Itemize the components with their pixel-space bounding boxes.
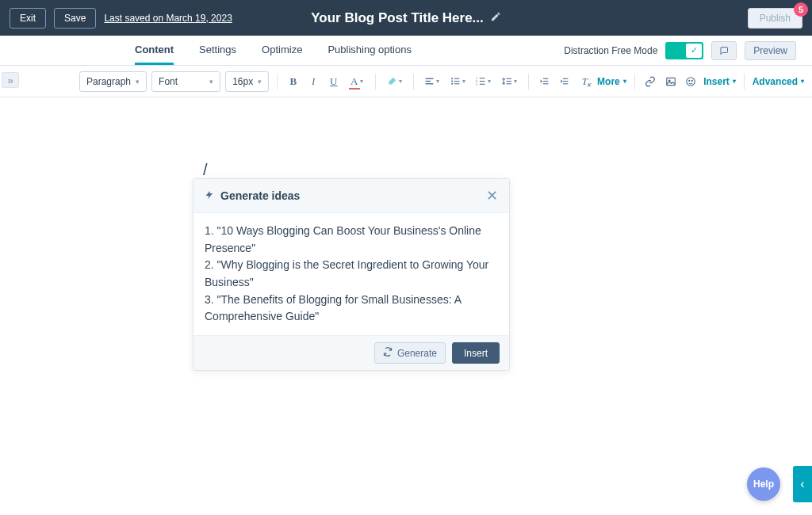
svg-rect-21 — [543, 83, 549, 84]
tabbar: Content Settings Optimize Publishing opt… — [0, 36, 812, 66]
separator — [413, 74, 414, 90]
text-color-icon: A — [350, 75, 358, 88]
outdent-button[interactable] — [537, 73, 552, 90]
side-drawer-toggle[interactable]: ‹ — [793, 466, 812, 502]
popup-footer: Generate Insert — [193, 335, 509, 370]
font-size-select[interactable]: 16px ▾ — [225, 71, 269, 92]
svg-rect-8 — [454, 83, 460, 84]
emoji-icon — [685, 76, 696, 87]
caret-icon: ▾ — [733, 78, 736, 85]
chevron-left-icon: ‹ — [800, 477, 804, 491]
popup-title: Generate ideas — [205, 189, 300, 203]
toggle-knob: ✓ — [686, 44, 702, 58]
publish-label: Publish — [760, 13, 791, 24]
save-button[interactable]: Save — [54, 8, 96, 29]
popup-body: 1. "10 Ways Blogging Can Boost Your Busi… — [193, 213, 509, 335]
distraction-free-toggle[interactable]: ✓ — [665, 42, 703, 59]
tab-content[interactable]: Content — [135, 36, 174, 65]
generate-button[interactable]: Generate — [374, 342, 446, 364]
toolbar-wrap: » Paragraph ▾ Font ▾ 16px ▾ B I U A ▾ ▾ — [0, 66, 812, 97]
advanced-label: Advanced — [753, 76, 798, 87]
clear-format-button[interactable]: T✕ — [577, 73, 592, 90]
close-icon: ✕ — [486, 188, 498, 204]
underline-button[interactable]: U — [326, 73, 341, 90]
topbar-right: Publish 5 — [748, 8, 802, 29]
generate-label: Generate — [397, 348, 437, 359]
numbered-list-icon: 123 — [476, 76, 486, 86]
bold-button[interactable]: B — [285, 73, 301, 90]
edit-title-icon[interactable] — [490, 11, 501, 25]
close-popup-button[interactable]: ✕ — [486, 187, 498, 204]
insert-link-button[interactable] — [643, 73, 658, 90]
align-left-icon — [424, 76, 435, 86]
more-menu[interactable]: More ▾ — [597, 76, 626, 87]
text-color-button[interactable]: A ▾ — [347, 73, 368, 90]
advanced-menu[interactable]: Advanced ▾ — [753, 76, 804, 87]
svg-rect-13 — [480, 81, 485, 82]
tab-optimize[interactable]: Optimize — [262, 36, 302, 65]
align-button[interactable]: ▾ — [421, 73, 442, 90]
publish-button[interactable]: Publish 5 — [748, 8, 802, 29]
font-size-label: 16px — [232, 76, 253, 87]
svg-rect-20 — [543, 81, 549, 82]
tab-settings[interactable]: Settings — [199, 36, 236, 65]
last-saved-link[interactable]: Last saved on March 19, 2023 — [104, 13, 232, 24]
paragraph-style-label: Paragraph — [86, 76, 131, 87]
separator — [375, 74, 376, 90]
indent-button[interactable] — [557, 73, 572, 90]
bullet-list-button[interactable]: ▾ — [447, 73, 469, 90]
svg-rect-14 — [480, 84, 485, 85]
caret-icon: ▾ — [436, 78, 439, 85]
insert-ai-button[interactable]: Insert — [452, 342, 500, 364]
caret-icon: ▾ — [360, 78, 363, 85]
insert-label: Insert — [703, 76, 730, 87]
refresh-icon — [383, 347, 393, 359]
svg-text:3: 3 — [476, 82, 477, 86]
topbar: Exit Save Last saved on March 19, 2023 Y… — [0, 0, 812, 36]
caret-icon: ▾ — [488, 78, 491, 85]
caret-icon: ▾ — [801, 78, 804, 85]
lightning-icon — [205, 189, 214, 203]
page-title[interactable]: Your Blog Post Title Here... — [311, 10, 484, 26]
font-family-label: Font — [159, 76, 178, 87]
insert-menu[interactable]: Insert ▾ — [703, 76, 736, 87]
svg-rect-19 — [543, 78, 549, 79]
help-button[interactable]: Help — [747, 467, 780, 501]
slash-command-text: / — [203, 161, 208, 179]
outdent-icon — [539, 76, 550, 86]
svg-marker-22 — [561, 79, 562, 82]
svg-rect-23 — [563, 78, 569, 79]
publish-badge: 5 — [794, 2, 808, 17]
insert-emoji-button[interactable] — [684, 73, 699, 90]
separator — [744, 74, 745, 90]
svg-rect-24 — [563, 81, 569, 82]
topbar-left: Exit Save Last saved on March 19, 2023 — [10, 8, 232, 29]
exit-button[interactable]: Exit — [10, 8, 46, 29]
topbar-center: Your Blog Post Title Here... — [311, 10, 501, 26]
svg-rect-7 — [454, 81, 460, 82]
paragraph-style-select[interactable]: Paragraph ▾ — [79, 71, 147, 92]
numbered-list-button[interactable]: 123 ▾ — [473, 73, 495, 90]
font-family-select[interactable]: Font ▾ — [151, 71, 220, 92]
highlighter-icon — [386, 76, 397, 87]
editor-canvas[interactable]: / Generate ideas ✕ 1. "10 Ways Blogging … — [0, 97, 812, 515]
italic-button[interactable]: I — [306, 73, 321, 90]
tabs-left: Content Settings Optimize Publishing opt… — [135, 36, 412, 65]
svg-rect-25 — [563, 83, 569, 84]
preview-button[interactable]: Preview — [745, 41, 796, 60]
caret-icon: ▾ — [462, 78, 465, 85]
insert-image-button[interactable] — [663, 73, 678, 90]
popup-header: Generate ideas ✕ — [193, 179, 509, 213]
svg-point-4 — [451, 80, 453, 82]
text-color-swatch — [349, 88, 360, 90]
highlight-color-button[interactable]: ▾ — [384, 73, 405, 90]
line-height-button[interactable]: ▾ — [499, 73, 520, 90]
expand-sidebar-button[interactable]: » — [2, 72, 19, 88]
svg-point-5 — [451, 83, 453, 85]
separator — [528, 74, 529, 90]
svg-point-30 — [692, 80, 693, 81]
tab-publishing[interactable]: Publishing options — [327, 36, 412, 65]
comments-button[interactable] — [711, 41, 737, 60]
distraction-free-label: Distraction Free Mode — [564, 45, 657, 56]
caret-icon: ▾ — [514, 78, 517, 85]
